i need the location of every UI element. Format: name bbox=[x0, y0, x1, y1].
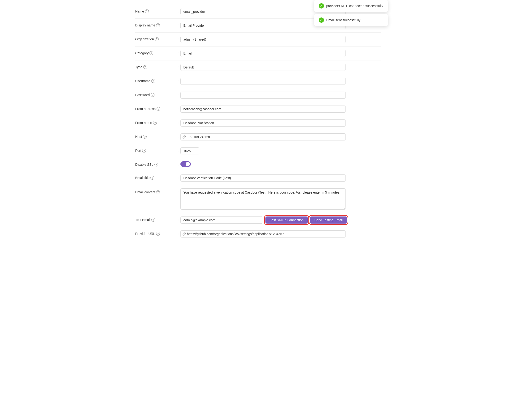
label-provider-url: Provider URL ? bbox=[135, 230, 178, 236]
help-icon-port[interactable]: ? bbox=[142, 149, 146, 152]
help-icon-organization[interactable]: ? bbox=[155, 37, 159, 41]
input-from-address[interactable] bbox=[180, 105, 346, 112]
label-port: Port ? bbox=[135, 147, 178, 152]
field-row-port: Port ? : bbox=[135, 144, 381, 158]
help-icon-name[interactable]: ? bbox=[145, 9, 149, 13]
input-username[interactable] bbox=[180, 78, 346, 85]
help-icon-test-email[interactable]: ? bbox=[151, 218, 155, 222]
field-row-from-name: From name ? : bbox=[135, 116, 381, 130]
label-display-name: Display name ? bbox=[135, 22, 178, 27]
input-type[interactable] bbox=[180, 64, 346, 71]
field-row-organization: Organization ? : bbox=[135, 33, 381, 46]
label-test-email: Test Email ? bbox=[135, 217, 178, 222]
label-username: Username ? bbox=[135, 78, 178, 83]
label-category: Category ? bbox=[135, 50, 178, 55]
help-icon-username[interactable]: ? bbox=[151, 79, 155, 83]
help-icon-host[interactable]: ? bbox=[143, 135, 147, 139]
input-password[interactable] bbox=[180, 92, 346, 99]
label-name: Name ? bbox=[135, 8, 178, 13]
field-row-disable-ssl: Disable SSL ? : bbox=[135, 158, 381, 171]
toast-container: ✓ provider:SMTP connected successfully ✓… bbox=[314, 0, 388, 26]
toast-email: ✓ Email sent successfully bbox=[314, 14, 388, 26]
toggle-disable-ssl[interactable] bbox=[180, 161, 191, 167]
field-row-type: Type ? : bbox=[135, 60, 381, 74]
help-icon-category[interactable]: ? bbox=[150, 51, 153, 55]
toast-smtp: ✓ provider:SMTP connected successfully bbox=[314, 0, 388, 12]
help-icon-from-name[interactable]: ? bbox=[153, 121, 157, 125]
success-icon-smtp: ✓ bbox=[319, 3, 324, 8]
label-password: Password ? bbox=[135, 92, 178, 97]
success-icon-email: ✓ bbox=[319, 17, 324, 23]
help-icon-email-title[interactable]: ? bbox=[151, 176, 154, 180]
test-smtp-button[interactable]: Test SMTP Connection bbox=[266, 217, 308, 224]
textarea-email-content[interactable]: You have requested a verification code a… bbox=[180, 188, 346, 210]
label-organization: Organization ? bbox=[135, 36, 178, 41]
label-email-title: Email title ? bbox=[135, 174, 178, 180]
label-from-name: From name ? bbox=[135, 120, 178, 125]
field-row-host: Host ? : bbox=[135, 130, 381, 144]
help-icon-disable-ssl[interactable]: ? bbox=[154, 163, 158, 166]
label-host: Host ? bbox=[135, 133, 178, 139]
field-row-email-title: Email title ? : bbox=[135, 171, 381, 185]
input-from-name[interactable] bbox=[180, 120, 346, 127]
field-row-provider-url: Provider URL ? : bbox=[135, 227, 381, 241]
label-email-content: Email content ? bbox=[135, 188, 178, 194]
input-organization[interactable] bbox=[180, 36, 346, 43]
input-host[interactable] bbox=[180, 133, 346, 141]
help-icon-password[interactable]: ? bbox=[151, 93, 154, 97]
field-row-username: Username ? : bbox=[135, 74, 381, 88]
label-from-address: From address ? bbox=[135, 105, 178, 111]
label-disable-ssl: Disable SSL ? bbox=[135, 161, 178, 166]
field-row-email-content: Email content ? : You have requested a v… bbox=[135, 185, 381, 213]
toast-email-message: Email sent successfully bbox=[326, 18, 361, 22]
send-testing-email-button[interactable]: Send Testing Email bbox=[310, 217, 347, 224]
help-icon-from-address[interactable]: ? bbox=[157, 107, 160, 111]
input-provider-url[interactable] bbox=[180, 230, 346, 238]
label-type: Type ? bbox=[135, 64, 178, 69]
input-test-email[interactable] bbox=[180, 217, 263, 224]
field-row-password: Password ? : bbox=[135, 88, 381, 102]
help-icon-email-content[interactable]: ? bbox=[156, 190, 160, 194]
help-icon-type[interactable]: ? bbox=[143, 65, 147, 69]
field-row-test-email: Test Email ? : Test SMTP Connection Send… bbox=[135, 213, 381, 227]
field-row-category: Category ? : bbox=[135, 46, 381, 60]
input-port[interactable] bbox=[180, 147, 199, 154]
field-row-from-address: From address ? : bbox=[135, 102, 381, 116]
help-icon-display-name[interactable]: ? bbox=[156, 23, 160, 27]
toast-smtp-message: provider:SMTP connected successfully bbox=[326, 4, 383, 8]
input-email-title[interactable] bbox=[180, 174, 346, 181]
help-icon-provider-url[interactable]: ? bbox=[156, 232, 160, 236]
input-category[interactable] bbox=[180, 50, 346, 57]
